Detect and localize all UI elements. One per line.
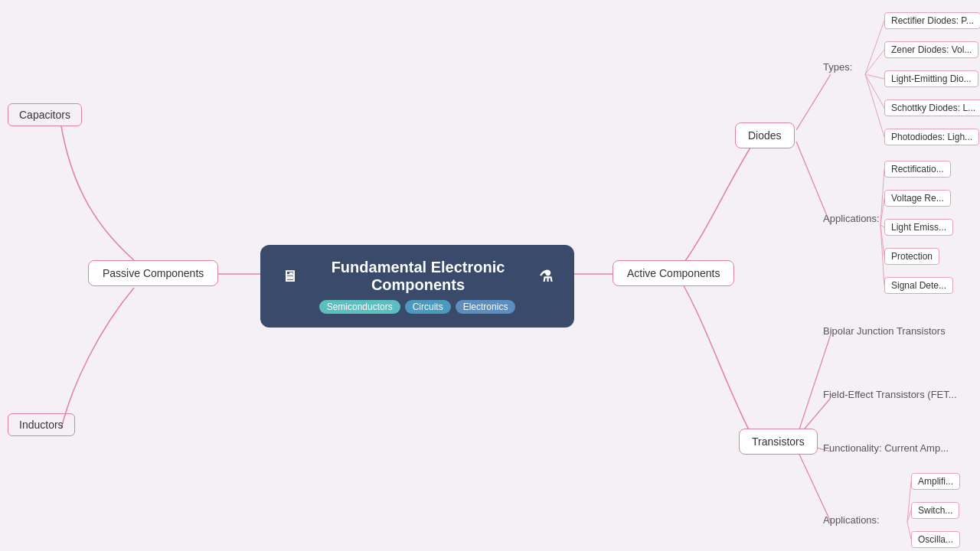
tag-circuits[interactable]: Circuits xyxy=(405,300,451,314)
transistor-app-switch: Switch... xyxy=(911,502,959,519)
tag-electronics[interactable]: Electronics xyxy=(456,300,516,314)
monitor-icon: 🖥 xyxy=(282,268,297,285)
capacitors-node[interactable]: Capacitors xyxy=(8,103,82,126)
central-title: 🖥 Fundamental Electronic Components ⚗ xyxy=(282,259,553,294)
mind-map-canvas: 🖥 Fundamental Electronic Components ⚗ Se… xyxy=(0,0,980,551)
fet-node: Field-Effect Transistors (FET... xyxy=(823,389,957,400)
zener-diodes: Zener Diodes: Vol... xyxy=(884,41,978,58)
svg-line-4 xyxy=(865,74,884,137)
diodes-types-label: Types: xyxy=(823,61,852,73)
active-components-node[interactable]: Active Components xyxy=(612,260,734,286)
svg-line-1 xyxy=(865,50,884,74)
transistor-apps-label: Applications: xyxy=(823,514,880,526)
diode-app-voltage: Voltage Re... xyxy=(884,190,951,207)
inductors-node[interactable]: Inductors xyxy=(8,413,75,436)
diode-app-light: Light Emiss... xyxy=(884,219,953,236)
transistors-node[interactable]: Transistors xyxy=(739,429,818,455)
passive-components-node[interactable]: Passive Components xyxy=(88,260,218,286)
svg-line-2 xyxy=(865,74,884,79)
rectifier-diodes: Rectifier Diodes: P... xyxy=(884,12,980,29)
central-node[interactable]: 🖥 Fundamental Electronic Components ⚗ Se… xyxy=(260,245,574,328)
diode-app-signal: Signal Dete... xyxy=(884,277,953,294)
transistor-functionality: Functionality: Current Amp... xyxy=(823,442,949,454)
led-diodes: Light-Emitting Dio... xyxy=(884,70,978,87)
diode-app-rectification: Rectificatio... xyxy=(884,161,951,178)
svg-line-3 xyxy=(865,74,884,108)
schottky-diodes: Schottky Diodes: L... xyxy=(884,99,980,116)
transistor-app-oscillator: Oscilla... xyxy=(911,531,960,548)
tag-semiconductors[interactable]: Semiconductors xyxy=(319,300,400,314)
science-icon: ⚗ xyxy=(539,267,553,285)
photodiodes: Photodiodes: Ligh... xyxy=(884,129,979,145)
tag-list: Semiconductors Circuits Electronics xyxy=(319,300,516,314)
bjt-node: Bipolar Junction Transistors xyxy=(823,325,946,337)
svg-line-0 xyxy=(865,21,884,74)
transistor-app-amplifier: Amplifi... xyxy=(911,473,960,490)
diode-app-protection: Protection xyxy=(884,248,939,265)
diodes-apps-label: Applications: xyxy=(823,213,880,224)
diodes-node[interactable]: Diodes xyxy=(735,122,795,148)
